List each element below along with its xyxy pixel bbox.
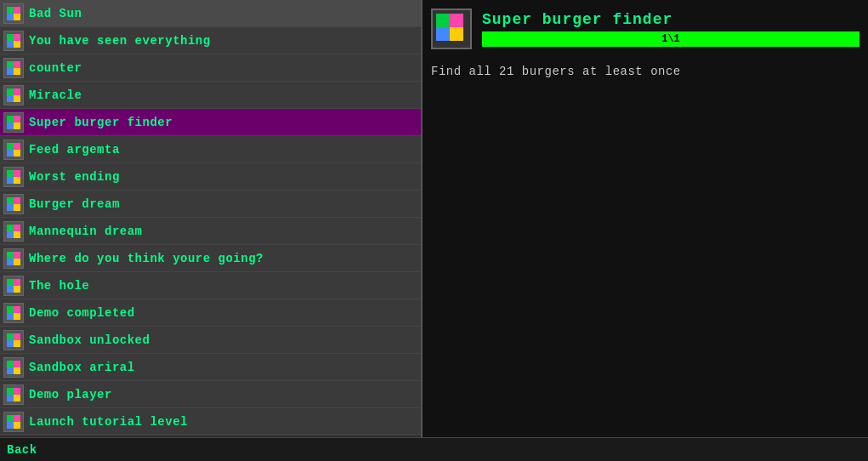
- achievement-icon-where-do-you-think: [3, 248, 24, 269]
- achievement-icon-burger-dream: [3, 194, 24, 214]
- list-item-demo-completed[interactable]: Demo completed: [0, 299, 421, 327]
- achievement-icon-the-hole: [3, 276, 24, 296]
- achievement-label-you-have-seen-everything: You have seen everything: [29, 34, 211, 48]
- back-button[interactable]: Back: [7, 443, 37, 457]
- list-item-burger-dream[interactable]: Burger dream: [0, 191, 421, 218]
- achievement-detail-title: Super burger finder: [482, 11, 859, 28]
- achievement-label-super-burger-finder: Super burger finder: [29, 116, 173, 129]
- achievement-progress-bar: 1\1: [482, 31, 859, 47]
- achievement-label-sandbox-ariral: Sandbox ariral: [29, 361, 135, 374]
- list-item-sandbox-unlocked[interactable]: Sandbox unlocked: [0, 327, 421, 354]
- list-item-worst-ending[interactable]: Worst ending: [0, 163, 421, 191]
- achievement-icon-worst-ending: [3, 167, 24, 187]
- achievements-scroll-area[interactable]: Bad SunYou have seen everythingcounterMi…: [0, 0, 421, 437]
- achievements-list-panel: Bad SunYou have seen everythingcounterMi…: [0, 0, 423, 437]
- list-item-miracle[interactable]: Miracle: [0, 82, 421, 109]
- list-item-counter[interactable]: counter: [0, 54, 421, 82]
- achievement-label-demo-completed: Demo completed: [29, 306, 135, 320]
- achievement-icon-mannequin-dream: [3, 221, 24, 242]
- achievement-label-worst-ending: Worst ending: [29, 170, 120, 184]
- achievement-title-block: Super burger finder 1\1: [482, 11, 859, 47]
- achievement-description: Find all 21 burgers at least once: [431, 65, 859, 78]
- achievement-icon-large: [431, 9, 472, 49]
- achievement-label-launch-tutorial-level: Launch tutorial level: [29, 415, 188, 429]
- achievement-label-where-do-you-think: Where do you think youre going?: [29, 252, 264, 265]
- achievement-header: Super burger finder 1\1: [431, 9, 859, 49]
- achievement-icon-sandbox-ariral: [3, 357, 24, 378]
- list-item-sandbox-ariral[interactable]: Sandbox ariral: [0, 354, 421, 381]
- list-item-super-burger-finder[interactable]: Super burger finder: [0, 109, 421, 136]
- achievement-detail-panel: Super burger finder 1\1 Find all 21 burg…: [423, 0, 868, 437]
- achievement-label-sandbox-unlocked: Sandbox unlocked: [29, 333, 150, 347]
- list-item-you-have-seen-everything[interactable]: You have seen everything: [0, 27, 421, 54]
- list-item-the-hole[interactable]: The hole: [0, 272, 421, 299]
- achievement-label-counter: counter: [29, 61, 82, 75]
- bottom-bar: Back: [0, 437, 868, 461]
- achievement-icon-super-burger-finder: [3, 112, 24, 133]
- achievement-icon-demo-completed: [3, 303, 24, 323]
- achievement-progress-text: 1\1: [482, 31, 859, 47]
- achievement-label-bad-sun: Bad Sun: [29, 7, 82, 20]
- achievement-icon-miracle: [3, 85, 24, 105]
- achievement-icon-demo-player: [3, 384, 24, 405]
- achievement-label-burger-dream: Burger dream: [29, 197, 120, 211]
- achievement-label-miracle: Miracle: [29, 88, 82, 102]
- achievement-icon-you-have-seen-everything: [3, 31, 24, 51]
- achievement-label-mannequin-dream: Mannequin dream: [29, 225, 143, 238]
- list-item-mannequin-dream[interactable]: Mannequin dream: [0, 218, 421, 245]
- achievement-icon-feed-argemta: [3, 139, 24, 160]
- list-item-where-do-you-think[interactable]: Where do you think youre going?: [0, 245, 421, 272]
- achievement-icon-counter: [3, 58, 24, 78]
- achievement-icon-sandbox-unlocked: [3, 330, 24, 350]
- achievement-label-the-hole: The hole: [29, 279, 89, 293]
- achievement-label-feed-argemta: Feed argemta: [29, 143, 120, 157]
- list-item-bad-sun[interactable]: Bad Sun: [0, 0, 421, 27]
- list-item-feed-argemta[interactable]: Feed argemta: [0, 136, 421, 163]
- achievement-icon-launch-tutorial-level: [3, 412, 24, 432]
- achievement-label-demo-player: Demo player: [29, 388, 112, 401]
- achievement-icon-bad-sun: [3, 3, 24, 24]
- list-item-demo-player[interactable]: Demo player: [0, 381, 421, 408]
- list-item-launch-tutorial-level[interactable]: Launch tutorial level: [0, 408, 421, 435]
